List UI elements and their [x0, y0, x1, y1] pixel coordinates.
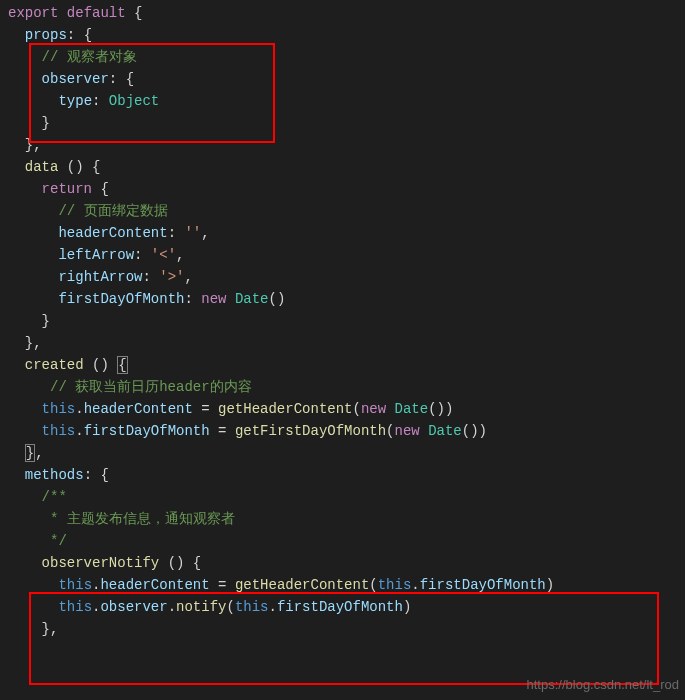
code-line: methods: { [0, 464, 685, 486]
comment: // 页面绑定数据 [58, 203, 167, 219]
type-object: Object [109, 93, 159, 109]
code-line: rightArrow: '>', [0, 266, 685, 288]
prop-firstDayOfMonth: firstDayOfMonth [58, 291, 184, 307]
type-date: Date [395, 401, 429, 417]
code-line: }, [0, 134, 685, 156]
call-getFirstDayOfMonth: getFirstDayOfMonth [235, 423, 386, 439]
code-editor: export default { props: { // 观察者对象 obser… [0, 0, 685, 640]
keyword-new: new [361, 401, 386, 417]
code-line: /** [0, 486, 685, 508]
code-line: this.firstDayOfMonth = getFirstDayOfMont… [0, 420, 685, 442]
doc-comment: */ [42, 533, 67, 549]
code-line: observer: { [0, 68, 685, 90]
prop-props: props [25, 27, 67, 43]
keyword-this: this [378, 577, 412, 593]
code-line: // 页面绑定数据 [0, 200, 685, 222]
code-line: } [0, 310, 685, 332]
string: '<' [151, 247, 176, 263]
keyword-export: export [8, 5, 58, 21]
comment: // 获取当前日历header的内容 [50, 379, 252, 395]
prop-type: type [58, 93, 92, 109]
code-line: leftArrow: '<', [0, 244, 685, 266]
code-line: }, [0, 618, 685, 640]
keyword-new: new [201, 291, 226, 307]
prop-methods: methods [25, 467, 84, 483]
keyword-this: this [235, 599, 269, 615]
code-line: } [0, 112, 685, 134]
prop-observer: observer [42, 71, 109, 87]
code-line: observerNotify () { [0, 552, 685, 574]
call-getHeaderContent: getHeaderContent [218, 401, 352, 417]
string: '>' [159, 269, 184, 285]
string: '' [184, 225, 201, 241]
code-line: created () { [0, 354, 685, 376]
prop-firstDayOfMonth: firstDayOfMonth [277, 599, 403, 615]
method-observerNotify: observerNotify [42, 555, 160, 571]
call-getHeaderContent: getHeaderContent [235, 577, 369, 593]
watermark: https://blog.csdn.net/lt_rod [527, 674, 679, 696]
prop-observer: observer [100, 599, 167, 615]
prop-rightArrow: rightArrow [58, 269, 142, 285]
prop-headerContent: headerContent [84, 401, 193, 417]
code-line: return { [0, 178, 685, 200]
code-line: // 获取当前日历header的内容 [0, 376, 685, 398]
keyword-default: default [67, 5, 126, 21]
doc-comment: /** [42, 489, 67, 505]
code-line: data () { [0, 156, 685, 178]
code-line: export default { [0, 2, 685, 24]
prop-firstDayOfMonth: firstDayOfMonth [84, 423, 210, 439]
code-line: headerContent: '', [0, 222, 685, 244]
code-line: type: Object [0, 90, 685, 112]
keyword-this: this [42, 423, 76, 439]
prop-headerContent: headerContent [100, 577, 209, 593]
code-line: }, [0, 332, 685, 354]
code-line: props: { [0, 24, 685, 46]
keyword-this: this [58, 599, 92, 615]
prop-leftArrow: leftArrow [58, 247, 134, 263]
method-data: data [25, 159, 59, 175]
keyword-this: this [42, 401, 76, 417]
code-line: // 观察者对象 [0, 46, 685, 68]
type-date: Date [428, 423, 462, 439]
prop-firstDayOfMonth: firstDayOfMonth [420, 577, 546, 593]
keyword-return: return [42, 181, 92, 197]
keyword-this: this [58, 577, 92, 593]
method-created: created [25, 357, 84, 373]
code-line: firstDayOfMonth: new Date() [0, 288, 685, 310]
code-line: }, [0, 442, 685, 464]
keyword-new: new [395, 423, 420, 439]
comment: // 观察者对象 [42, 49, 137, 65]
code-line: */ [0, 530, 685, 552]
code-line: this.headerContent = getHeaderContent(th… [0, 574, 685, 596]
code-line: * 主题发布信息，通知观察者 [0, 508, 685, 530]
prop-headerContent: headerContent [58, 225, 167, 241]
code-line: this.observer.notify(this.firstDayOfMont… [0, 596, 685, 618]
call-notify: notify [176, 599, 226, 615]
code-line: this.headerContent = getHeaderContent(ne… [0, 398, 685, 420]
doc-comment: * 主题发布信息，通知观察者 [42, 511, 235, 527]
type-date: Date [235, 291, 269, 307]
